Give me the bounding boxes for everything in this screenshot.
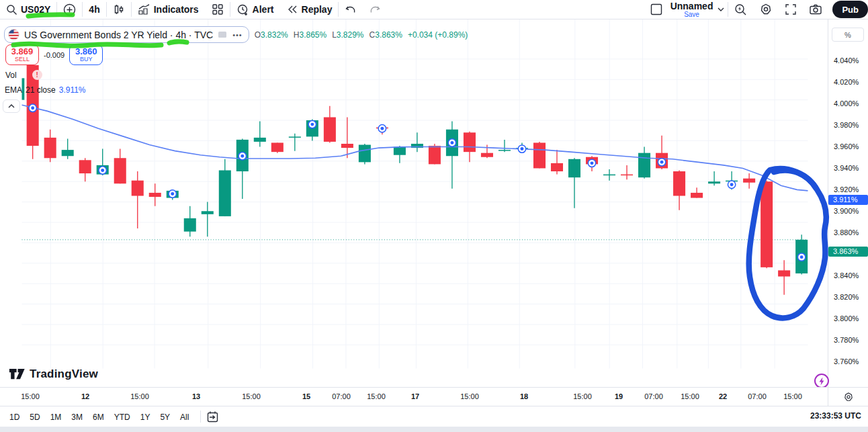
candle-body <box>761 181 773 267</box>
time-axis-label: 15 <box>302 392 310 400</box>
range-button-1m[interactable]: 1M <box>46 411 66 424</box>
candle-body <box>271 142 284 152</box>
price-axis-label: 3.840% <box>834 271 859 279</box>
layout-name: Unnamed <box>670 1 713 11</box>
sell-button[interactable]: 3.869 SELL <box>5 44 39 65</box>
candle-body <box>481 153 493 157</box>
plus-circle-icon <box>63 3 76 16</box>
indicators-button[interactable]: Indicators <box>132 0 230 19</box>
candle-body <box>498 150 511 151</box>
undo-button[interactable] <box>339 0 363 19</box>
redo-icon <box>369 5 381 15</box>
publish-button[interactable]: Pub <box>832 1 868 18</box>
redo-button[interactable] <box>363 0 387 19</box>
time-axis-settings[interactable] <box>828 388 868 406</box>
layout-name-block[interactable]: Unnamed Save <box>670 1 713 18</box>
replay-icon <box>286 4 298 15</box>
symbol-legend-pill[interactable]: US Government Bonds 2 YR Yield · 4h · TV… <box>4 26 249 43</box>
symbol-search-button[interactable]: US02Y <box>0 0 56 19</box>
buy-button[interactable]: 3.860 BUY <box>69 44 103 65</box>
candle-body <box>114 158 126 183</box>
time-axis-label: 15:00 <box>242 392 261 400</box>
chart-legend: US Government Bonds 2 YR Yield · 4h · TV… <box>4 26 468 43</box>
collapse-legend-button[interactable] <box>3 99 20 113</box>
time-axis-label: 22 <box>719 392 727 400</box>
price-chart-pane[interactable] <box>0 19 868 387</box>
range-button-6m[interactable]: 6M <box>89 411 108 424</box>
time-axis[interactable]: 15:001215:001315:001507:0015:001715:0018… <box>0 387 868 406</box>
settings-button[interactable] <box>753 0 779 19</box>
candle-body <box>219 170 231 216</box>
bottom-toolbar: 1D5D1M3M6MYTD1Y5YAll 23:33:53 UTC <box>0 406 868 427</box>
candle-body <box>254 138 266 142</box>
range-buttons: 1D5D1M3M6MYTD1Y5YAll <box>5 411 195 423</box>
range-button-3m[interactable]: 3M <box>67 411 87 424</box>
price-axis-label: 3.900% <box>834 207 859 215</box>
candle-body <box>743 179 755 183</box>
alert-button[interactable]: Alert <box>230 0 280 19</box>
time-axis-label: 15:00 <box>130 392 149 400</box>
price-axis-unit-button[interactable]: % <box>832 28 864 42</box>
ema-legend-row[interactable]: EMA 21 close 3.911% <box>5 85 86 95</box>
bar-marker-dot <box>310 123 314 126</box>
price-axis-label: 3.800% <box>834 314 859 322</box>
volume-warning-icon[interactable]: ! <box>32 70 42 80</box>
top-toolbar: US02Y 4h Indicators Alert Repla <box>0 0 868 19</box>
price-axis-label: 4.040% <box>834 56 859 64</box>
range-button-1y[interactable]: 1Y <box>136 411 155 424</box>
change-value: +0.034 (+0.89%) <box>408 30 468 40</box>
bottom-strip <box>0 427 868 432</box>
gear-icon <box>759 3 773 16</box>
replay-label: Replay <box>302 4 333 15</box>
ema-price-tag: 3.911% <box>828 195 868 205</box>
save-link[interactable]: Save <box>684 11 699 18</box>
time-axis-label: 07:00 <box>644 392 663 400</box>
range-button-ytd[interactable]: YTD <box>110 411 134 424</box>
price-axis-label: 3.940% <box>834 164 859 172</box>
layout-templates-icon[interactable] <box>212 3 224 15</box>
fullscreen-button[interactable] <box>779 0 803 19</box>
screenshot-button[interactable] <box>803 0 828 19</box>
go-to-date-icon[interactable] <box>206 411 219 423</box>
bar-marker-dot <box>31 106 34 110</box>
bar-marker-dot <box>660 161 664 164</box>
low-label: L <box>332 30 337 40</box>
flash-icon[interactable] <box>814 374 829 388</box>
price-axis[interactable]: % 4.040%4.020%4.000%3.980%3.960%3.940%3.… <box>828 19 868 387</box>
price-axis-label: 4.000% <box>834 99 859 107</box>
interval-label: 4h <box>89 4 99 15</box>
layout-select-button[interactable] <box>644 0 669 19</box>
time-axis-label: 07:00 <box>748 392 767 400</box>
chart-style-button[interactable] <box>107 0 131 19</box>
replay-button[interactable]: Replay <box>280 0 339 19</box>
tradingview-logo[interactable]: TradingView <box>9 367 98 382</box>
ema-label: EMA <box>5 85 22 95</box>
price-axis-label: 3.880% <box>834 228 859 236</box>
fullscreen-icon <box>785 3 797 15</box>
candle-body <box>341 144 353 148</box>
price-axis-label: 4.020% <box>834 78 859 86</box>
range-button-5d[interactable]: 5D <box>26 411 44 424</box>
legend-more-button[interactable]: ••• <box>232 31 243 39</box>
price-axis-label: 3.980% <box>834 121 859 129</box>
candle-body <box>149 193 161 197</box>
tradingview-app: { "toolbar": { "left": { "symbol": "US02… <box>0 0 868 432</box>
layout-dropdown-button[interactable] <box>714 0 728 19</box>
open-value: 3.832% <box>261 30 288 40</box>
interval-button[interactable]: 4h <box>83 0 105 19</box>
candle-body <box>359 145 371 163</box>
quick-search-button[interactable] <box>728 0 753 19</box>
utc-clock[interactable]: 23:33:53 UTC <box>810 411 861 421</box>
range-button-all[interactable]: All <box>176 411 193 424</box>
range-button-5y[interactable]: 5Y <box>156 411 174 424</box>
candle-body <box>132 181 144 196</box>
time-axis-label: 18 <box>520 392 528 400</box>
open-label: O <box>255 30 261 40</box>
indicators-icon <box>138 3 150 15</box>
volume-legend-row[interactable]: Vol ! <box>5 70 42 80</box>
candle-body <box>778 270 790 276</box>
compare-add-button[interactable] <box>57 0 82 19</box>
range-button-1d[interactable]: 1D <box>5 411 24 424</box>
buy-price: 3.860 <box>75 47 97 56</box>
eye-hidden-icon[interactable] <box>218 30 228 39</box>
